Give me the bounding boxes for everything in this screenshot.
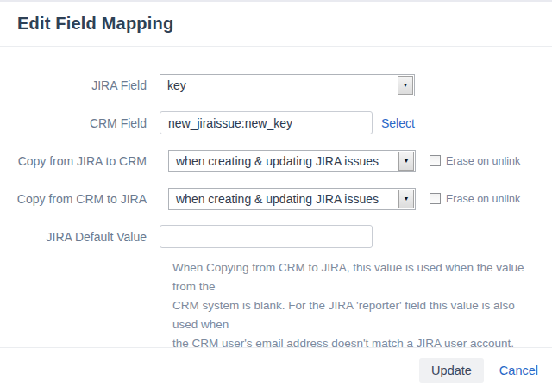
dialog-footer: Update Cancel — [0, 347, 552, 392]
chevron-down-icon: ▼ — [403, 82, 409, 88]
copy-jira-to-crm-row: Copy from JIRA to CRM when creating & up… — [0, 149, 552, 172]
update-button[interactable]: Update — [419, 358, 484, 383]
copy-jira-to-crm-selected-value: when creating & updating JIRA issues — [169, 151, 398, 171]
jira-default-value-input[interactable] — [160, 225, 373, 248]
crm-field-row: CRM Field Select — [0, 111, 552, 134]
cancel-link[interactable]: Cancel — [499, 364, 538, 377]
jira-field-dropdown-button[interactable]: ▼ — [398, 76, 413, 95]
copy-jira-to-crm-label: Copy from JIRA to CRM — [0, 154, 160, 168]
chevron-down-icon: ▼ — [404, 158, 410, 164]
jira-field-label: JIRA Field — [0, 78, 160, 92]
copy-jira-to-crm-select[interactable]: when creating & updating JIRA issues ▼ — [168, 150, 416, 172]
help-text-line: CRM system is blank. For the JIRA 'repor… — [172, 296, 539, 334]
copy-crm-to-jira-label: Copy from CRM to JIRA — [0, 192, 160, 206]
erase-on-unlink-label: Erase on unlink — [446, 193, 520, 205]
erase-on-unlink-checkbox-jira-to-crm[interactable] — [430, 155, 441, 166]
edit-field-mapping-dialog: Edit Field Mapping JIRA Field key ▼ CRM … — [0, 0, 552, 392]
chevron-down-icon: ▼ — [404, 196, 410, 202]
jira-default-value-row: JIRA Default Value — [0, 225, 552, 248]
jira-field-selected-value: key — [160, 75, 397, 96]
crm-field-input[interactable] — [160, 111, 373, 134]
jira-field-select[interactable]: key ▼ — [160, 74, 415, 96]
crm-field-label: CRM Field — [0, 116, 160, 130]
jira-default-value-help-text: When Copying from CRM to JIRA, this valu… — [172, 258, 539, 353]
jira-default-value-label: JIRA Default Value — [0, 230, 160, 244]
jira-field-row: JIRA Field key ▼ — [0, 73, 552, 96]
dialog-title: Edit Field Mapping — [17, 14, 173, 34]
copy-crm-to-jira-dropdown-button[interactable]: ▼ — [398, 190, 414, 208]
crm-field-select-link[interactable]: Select — [381, 116, 415, 130]
help-text-line: When Copying from CRM to JIRA, this valu… — [172, 258, 539, 296]
copy-crm-to-jira-select[interactable]: when creating & updating JIRA issues ▼ — [168, 188, 416, 210]
copy-crm-to-jira-selected-value: when creating & updating JIRA issues — [169, 189, 398, 209]
erase-on-unlink-checkbox-crm-to-jira[interactable] — [430, 193, 441, 204]
copy-jira-to-crm-dropdown-button[interactable]: ▼ — [398, 152, 414, 171]
dialog-header: Edit Field Mapping — [0, 2, 552, 47]
copy-crm-to-jira-row: Copy from CRM to JIRA when creating & up… — [0, 187, 552, 210]
erase-on-unlink-label: Erase on unlink — [446, 155, 520, 167]
field-mapping-form: JIRA Field key ▼ CRM Field Select Copy f… — [0, 47, 552, 379]
